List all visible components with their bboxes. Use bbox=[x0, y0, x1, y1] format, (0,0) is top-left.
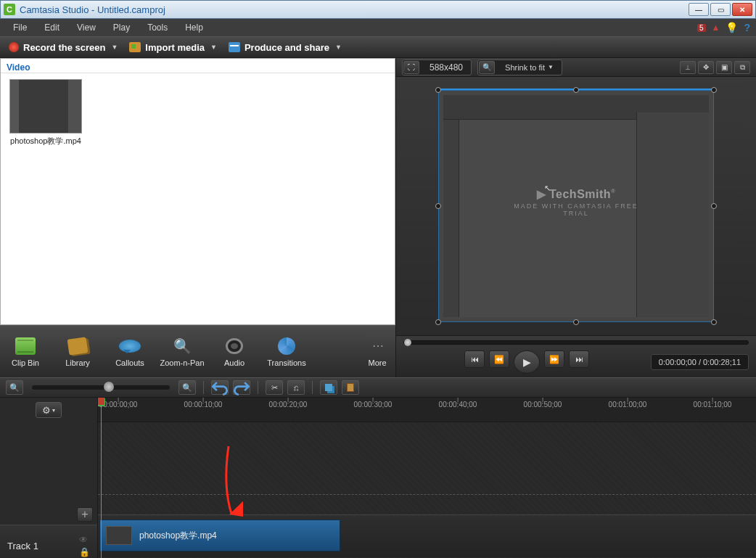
titlebar: C Camtasia Studio - Untitled.camproj — ▭… bbox=[0, 0, 756, 19]
track-controls[interactable]: 👁 🔒 bbox=[79, 535, 90, 557]
help-icon[interactable]: ? bbox=[744, 22, 750, 33]
eye-icon[interactable]: 👁 bbox=[79, 535, 90, 545]
produce-share-button[interactable]: Produce and share ▼ bbox=[229, 42, 342, 53]
next-clip-button[interactable]: ⏭ bbox=[569, 350, 589, 368]
maximize-button[interactable]: ▭ bbox=[710, 3, 731, 16]
undo-button[interactable] bbox=[211, 380, 229, 395]
cut-button[interactable]: ✂ bbox=[266, 380, 283, 395]
menu-help[interactable]: Help bbox=[178, 20, 210, 35]
lock-icon[interactable]: 🔒 bbox=[79, 547, 90, 557]
seek-head[interactable] bbox=[404, 339, 411, 346]
zoom-slider[interactable] bbox=[32, 385, 170, 390]
resize-handle[interactable] bbox=[435, 319, 441, 325]
crop-button[interactable]: ⟂ bbox=[680, 61, 696, 74]
ruler-tick: 00:00:30;00 bbox=[354, 401, 393, 409]
chevron-down-icon: ▼ bbox=[335, 44, 342, 51]
record-label: Record the screen bbox=[23, 42, 105, 53]
resize-handle[interactable] bbox=[711, 203, 717, 209]
cursor-icon: ↖ bbox=[544, 184, 551, 193]
tab-strip: Clip Bin Library Callouts 🔍 Zoom-n-Pan A… bbox=[0, 325, 395, 377]
ruler-tick: 00:00:10;00 bbox=[184, 401, 223, 409]
tab-more[interactable]: ⋯ More bbox=[359, 329, 395, 374]
timeline-settings-button[interactable]: ⚙▾ bbox=[36, 402, 62, 418]
preview-panel: ⛶ 588x480 🔍 Shrink to fit ▼ ⟂ ✥ ▣ ⧉ bbox=[395, 58, 756, 377]
track-name: Track 1 bbox=[7, 541, 72, 551]
menu-play[interactable]: Play bbox=[106, 20, 137, 35]
tab-zoom-n-pan[interactable]: 🔍 Zoom-n-Pan bbox=[157, 329, 208, 374]
track-lane[interactable]: photoshop教学.mp4 bbox=[98, 515, 756, 557]
tab-label: Clip Bin bbox=[12, 358, 39, 367]
menu-edit[interactable]: Edit bbox=[37, 20, 67, 35]
resize-handle[interactable] bbox=[573, 87, 579, 93]
playhead[interactable] bbox=[101, 398, 102, 558]
ruler-tick: 00:01:00;00 bbox=[609, 401, 647, 409]
prev-clip-button[interactable]: ⏮ bbox=[464, 350, 485, 368]
menu-tools[interactable]: Tools bbox=[140, 20, 175, 35]
resize-handle[interactable] bbox=[711, 87, 717, 93]
menu-view[interactable]: View bbox=[70, 20, 103, 35]
clip-thumbnail bbox=[9, 79, 82, 134]
canvas-frame[interactable]: ↖ ▶ TechSmith® MADE WITH CAMTASIA FREE T… bbox=[438, 90, 714, 322]
detach-button[interactable]: ⧉ bbox=[734, 61, 750, 74]
video-content: ↖ ▶ TechSmith® MADE WITH CAMTASIA FREE T… bbox=[443, 95, 709, 317]
clip-item[interactable]: photoshop教学.mp4 bbox=[7, 79, 85, 146]
tab-transitions[interactable]: Transitions bbox=[261, 329, 312, 374]
magnifier-icon: 🔍 bbox=[171, 337, 193, 356]
tab-callouts[interactable]: Callouts bbox=[104, 329, 155, 374]
timeline-tracks[interactable]: 00:00:00;00 00:00:10;00 00:00:20;00 00:0… bbox=[98, 398, 756, 558]
resize-handle[interactable] bbox=[435, 203, 441, 209]
seek-bar[interactable] bbox=[403, 340, 749, 345]
track-header[interactable]: Track 1 👁 🔒 bbox=[0, 525, 97, 558]
zoom-in-button[interactable]: 🔍 bbox=[178, 380, 196, 395]
track-gap[interactable] bbox=[98, 495, 756, 515]
tab-library[interactable]: Library bbox=[52, 329, 103, 374]
tab-audio[interactable]: Audio bbox=[209, 329, 260, 374]
resize-handle[interactable] bbox=[573, 319, 579, 325]
redo-button[interactable] bbox=[233, 380, 250, 395]
bell-icon[interactable]: ▲ bbox=[712, 22, 720, 33]
menu-file[interactable]: File bbox=[6, 20, 34, 35]
timeline-toolbar: 🔍 🔍 ✂ ⎌ bbox=[0, 377, 756, 398]
split-button[interactable]: ⎌ bbox=[287, 380, 305, 395]
ruler-tick: 00:00:40;00 bbox=[439, 401, 477, 409]
playback-area: ⏮ ⏪ ▶ ⏩ ⏭ 0:00:00;00 / 0:00:28;11 bbox=[396, 335, 756, 377]
timeline-ruler[interactable]: 00:00:00;00 00:00:10;00 00:00:20;00 00:0… bbox=[98, 398, 756, 422]
preview-toolbar: ⛶ 588x480 🔍 Shrink to fit ▼ ⟂ ✥ ▣ ⧉ bbox=[396, 58, 756, 77]
slider-knob[interactable] bbox=[104, 382, 114, 392]
playhead-flag[interactable] bbox=[98, 398, 104, 405]
resize-handle[interactable] bbox=[435, 87, 441, 93]
play-button[interactable]: ▶ bbox=[514, 350, 540, 374]
pan-button[interactable]: ✥ bbox=[698, 61, 714, 74]
lightbulb-icon[interactable]: 💡 bbox=[726, 22, 738, 33]
fullscreen-button[interactable]: ▣ bbox=[716, 61, 732, 74]
clipbin-icon bbox=[15, 337, 36, 355]
zoom-button[interactable]: 🔍 bbox=[479, 61, 495, 74]
step-forward-button[interactable]: ⏩ bbox=[544, 350, 564, 368]
time-display: 0:00:00;00 / 0:00:28;11 bbox=[651, 354, 749, 370]
ruler-tick: 00:00:20;00 bbox=[269, 401, 308, 409]
preview-canvas[interactable]: ↖ ▶ TechSmith® MADE WITH CAMTASIA FREE T… bbox=[396, 77, 756, 335]
import-media-button[interactable]: Import media ▼ bbox=[129, 42, 217, 53]
tab-clip-bin[interactable]: Clip Bin bbox=[0, 329, 51, 374]
zoom-out-button[interactable]: 🔍 bbox=[6, 380, 23, 395]
library-icon bbox=[67, 337, 89, 355]
resize-handle[interactable] bbox=[711, 319, 717, 325]
import-label: Import media bbox=[145, 42, 205, 53]
editing-dimensions-button[interactable]: ⛶ bbox=[403, 61, 419, 74]
menubar: File Edit View Play Tools Help 5 ▲ 💡 ? bbox=[0, 19, 756, 36]
main-toolbar: Record the screen ▼ Import media ▼ Produ… bbox=[0, 36, 756, 58]
timeline-clip[interactable]: photoshop教学.mp4 bbox=[99, 520, 340, 551]
fit-dropdown[interactable]: Shrink to fit ▼ bbox=[498, 63, 561, 72]
paste-button[interactable] bbox=[342, 380, 359, 395]
notification-count[interactable]: 5 bbox=[697, 24, 706, 32]
copy-button[interactable] bbox=[320, 380, 337, 395]
step-back-button[interactable]: ⏪ bbox=[489, 350, 509, 368]
clip-bin-body[interactable]: photoshop教学.mp4 bbox=[1, 73, 395, 324]
add-track-button[interactable]: + bbox=[77, 507, 93, 522]
produce-label: Produce and share bbox=[245, 42, 329, 53]
close-button[interactable]: ✕ bbox=[732, 3, 752, 16]
minimize-button[interactable]: — bbox=[689, 3, 709, 16]
timeline: ⚙▾ + Track 1 👁 🔒 00:00:00;00 00:00:10;00… bbox=[0, 398, 756, 558]
empty-lane[interactable] bbox=[98, 422, 756, 495]
record-screen-button[interactable]: Record the screen ▼ bbox=[9, 42, 118, 53]
